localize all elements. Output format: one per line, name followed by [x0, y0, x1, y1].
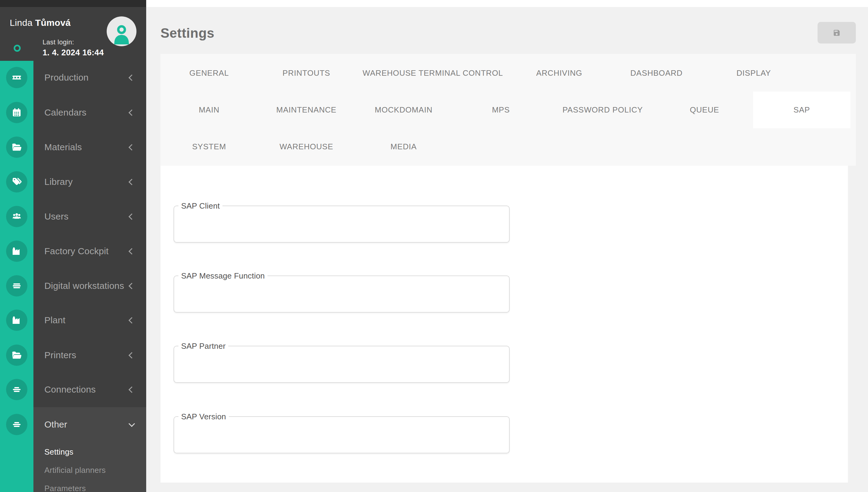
folder-open-icon [11, 141, 23, 153]
tab-main[interactable]: MAIN [160, 92, 258, 128]
sidebar-item-label: Plant [33, 315, 129, 325]
sidebar-icon-connections[interactable] [6, 379, 27, 400]
sidebar-icon-materials[interactable] [6, 137, 27, 158]
sidebar-item-label: Calendars [33, 107, 129, 118]
main-top-strip [146, 0, 868, 7]
tab-dashboard[interactable]: DASHBOARD [608, 55, 705, 92]
sidebar-icon-factory-cockpit[interactable] [6, 241, 27, 262]
status-ring-indicator [14, 45, 21, 52]
align-lines-icon [11, 419, 23, 430]
sidebar-icon-other[interactable] [6, 414, 27, 435]
sap-message-function-field: SAP Message Function [174, 275, 510, 313]
factory-icon [11, 245, 23, 257]
page-title: Settings [160, 26, 214, 41]
sap-client-input[interactable] [174, 206, 509, 242]
sidebar-subitem-artificial-planners[interactable]: Artificial planners [33, 464, 146, 476]
sap-message-function-input[interactable] [174, 276, 509, 312]
tab-mps[interactable]: MPS [452, 92, 550, 128]
tab-mockdomain[interactable]: MOCKDOMAIN [355, 92, 452, 128]
tab-sap[interactable]: SAP [753, 92, 850, 128]
chevron-left-icon [129, 386, 135, 393]
chevron-left-icon [129, 178, 135, 185]
sidebar-section-other: Other Settings Artificial planners Param… [33, 407, 146, 492]
sap-client-label: SAP Client [178, 201, 223, 211]
icon-rail [0, 61, 33, 492]
user-last-name: Tůmová [35, 18, 71, 28]
avatar [107, 17, 136, 46]
sap-version-label: SAP Version [178, 412, 229, 421]
sap-partner-input[interactable] [174, 346, 509, 382]
sidebar-item-label: Digital workstations [33, 281, 129, 291]
sidebar-item-plant[interactable]: Plant [33, 311, 146, 329]
sidebar-item-materials[interactable]: Materials [33, 138, 146, 156]
tab-password-policy[interactable]: PASSWORD POLICY [550, 92, 656, 128]
tab-media[interactable]: MEDIA [355, 128, 452, 165]
factory-icon [11, 314, 23, 326]
sidebar-item-other[interactable]: Other [33, 415, 146, 434]
sidebar-item-label: Library [33, 177, 129, 187]
sidebar-item-factory-cockpit[interactable]: Factory Cockpit [33, 242, 146, 260]
sidebar-item-label: Users [33, 211, 129, 222]
floppy-disk-icon [833, 29, 841, 37]
chevron-left-icon [129, 282, 135, 289]
sap-partner-label: SAP Partner [178, 342, 228, 351]
chevron-left-icon [129, 352, 135, 358]
tab-printouts[interactable]: PRINTOUTS [258, 55, 355, 92]
sap-partner-field: SAP Partner [174, 346, 510, 383]
last-login: Last login: 1. 4. 2024 16:44 [43, 38, 104, 57]
tab-archiving[interactable]: ARCHIVING [511, 55, 608, 92]
sidebar-item-digital-workstations[interactable]: Digital workstations [33, 277, 146, 295]
chevron-left-icon [129, 213, 135, 220]
last-login-label: Last login: [43, 38, 104, 46]
sidebar-subitem-parameters[interactable]: Parameters [33, 482, 146, 492]
tab-warehouse-terminal-control[interactable]: WAREHOUSE TERMINAL CONTROL [355, 55, 511, 92]
sidebar-icon-plant[interactable] [6, 310, 27, 331]
person-icon [111, 23, 132, 44]
sap-version-field: SAP Version [174, 416, 510, 453]
chevron-left-icon [129, 317, 135, 323]
tab-queue[interactable]: QUEUE [656, 92, 753, 128]
tags-icon [11, 176, 23, 188]
user-name: Linda Tůmová [10, 18, 71, 28]
tab-general[interactable]: GENERAL [160, 55, 258, 92]
sidebar-icon-library[interactable] [6, 171, 27, 193]
save-button[interactable] [818, 22, 856, 44]
sidebar-icon-digital-workstations[interactable] [6, 275, 27, 296]
sidebar-item-label: Printers [33, 350, 129, 360]
sidebar: Linda Tůmová Last login: 1. 4. 2024 16:4… [0, 0, 146, 492]
sidebar-item-production[interactable]: Production [33, 68, 146, 87]
tab-system[interactable]: SYSTEM [160, 128, 258, 165]
sidebar-item-printers[interactable]: Printers [33, 346, 146, 364]
sidebar-item-label: Production [33, 72, 129, 83]
chevron-down-icon [129, 420, 135, 427]
sidebar-item-calendars[interactable]: Calendars [33, 103, 146, 122]
tab-maintenance[interactable]: MAINTENANCE [258, 92, 355, 128]
sap-version-input[interactable] [174, 417, 509, 453]
chevron-left-icon [129, 109, 135, 116]
sidebar-item-label: Other [33, 419, 129, 430]
sidebar-item-users[interactable]: Users [33, 207, 146, 226]
user-first-name: Linda [10, 18, 32, 28]
sidebar-item-connections[interactable]: Connections [33, 380, 146, 399]
sidebar-item-label: Connections [33, 384, 129, 395]
pallet-icon [11, 72, 23, 83]
sidebar-icon-printers[interactable] [6, 345, 27, 366]
tab-warehouse[interactable]: WAREHOUSE [258, 128, 355, 165]
sidebar-top-strip [0, 0, 146, 7]
chevron-left-icon [129, 248, 135, 254]
sidebar-subitem-settings[interactable]: Settings [33, 445, 146, 458]
calendar-icon [11, 107, 23, 118]
sidebar-icon-calendars[interactable] [6, 102, 27, 123]
chevron-left-icon [129, 74, 135, 80]
sidebar-item-label: Factory Cockpit [33, 246, 129, 256]
last-login-value: 1. 4. 2024 16:44 [43, 48, 104, 57]
sap-settings-form: SAP Client SAP Message Function SAP Part… [160, 166, 848, 483]
chevron-left-icon [129, 144, 135, 150]
sidebar-icon-users[interactable] [6, 206, 27, 227]
settings-tabs: GENERAL PRINTOUTS WAREHOUSE TERMINAL CON… [160, 54, 856, 166]
sap-client-field: SAP Client [174, 205, 510, 243]
lines-icon [11, 280, 23, 292]
tab-display[interactable]: DISPLAY [705, 55, 802, 92]
sidebar-item-library[interactable]: Library [33, 173, 146, 191]
sidebar-icon-production[interactable] [6, 67, 27, 88]
